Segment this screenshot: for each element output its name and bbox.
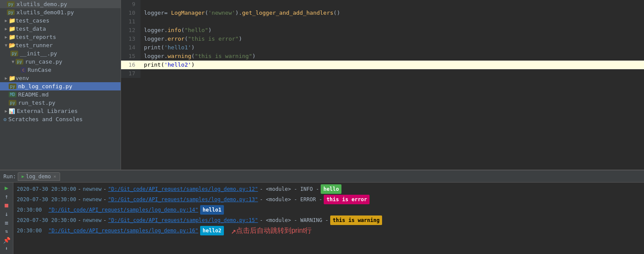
- code-line-15: 15 logger.warning("this is warning"): [121, 52, 644, 61]
- output-badge-hello2: hello2: [200, 226, 224, 235]
- sidebar-item-nb_log_config[interactable]: py nb_log_config.py: [0, 82, 121, 90]
- separator: -: [78, 216, 81, 225]
- sidebar-item-label: test_cases: [16, 17, 49, 24]
- sidebar-item-label: xlutils_demo.py: [16, 1, 67, 7]
- sidebar-item-label: External Libraries: [17, 108, 78, 114]
- stop-button[interactable]: ■: [2, 202, 11, 209]
- py-icon: py: [7, 1, 15, 7]
- sidebar-item-label: test_runner: [16, 42, 53, 48]
- sidebar-item-test_data[interactable]: ▶ 📁 test_data: [0, 25, 121, 33]
- py-icon: py: [10, 51, 18, 56]
- sidebar-item-label: RunCase: [28, 67, 51, 73]
- sidebar-item-label: run_test.py: [18, 100, 55, 106]
- line-number: 10: [121, 9, 140, 17]
- sidebar-item-label: venv: [16, 75, 29, 81]
- code-content: logger= LogManager('newnew').get_logger_…: [140, 9, 340, 17]
- md-icon: MD: [9, 92, 16, 97]
- filepath-link[interactable]: "D:/Git_code/API_request/samples/log_dem…: [48, 226, 198, 235]
- sidebar-item-label: __init__.py: [20, 50, 57, 57]
- sidebar-item-xlutils_demo[interactable]: py xlutils_demo.py: [0, 0, 121, 8]
- run-button[interactable]: ▶: [2, 184, 11, 191]
- folder-open-icon: 📂: [9, 42, 16, 48]
- sidebar-item-external_lib[interactable]: ▶ 📊 External Libraries: [0, 107, 121, 115]
- filepath-link[interactable]: "D:/Git_code/API_request/samples/log_dem…: [108, 216, 258, 225]
- separator: [44, 206, 47, 214]
- sidebar-item-scratches[interactable]: ⚙ Scratches and Consoles: [0, 115, 121, 123]
- code-content: print('hello1'): [140, 43, 194, 52]
- filepath-link[interactable]: "D:/Git_code/API_request/samples/log_dem…: [108, 185, 258, 193]
- sidebar-item-label: test_data: [16, 26, 46, 32]
- folder-icon: 📁: [9, 75, 16, 81]
- timestamp: 2020-07-30 20:30:00: [17, 195, 76, 204]
- tab-name: log_demo: [26, 174, 51, 180]
- separator: -: [103, 216, 106, 225]
- tab-log-demo[interactable]: ▶ log_demo ✕: [18, 172, 60, 181]
- output-badge-error: this is error: [324, 195, 370, 204]
- py-icon: py: [7, 10, 15, 15]
- console-line-2: 2020-07-30 20:30:00 - newnew - "D:/Git_c…: [17, 195, 641, 204]
- filepath-link[interactable]: "D:/Git_code/API_request/samples/log_dem…: [108, 195, 258, 204]
- lines-button[interactable]: ≡: [2, 219, 11, 226]
- sidebar-item-test_runner[interactable]: ▼ 📂 test_runner: [0, 41, 121, 49]
- code-content: print('hello2'): [140, 61, 194, 69]
- code-line-14: 14 print('hello1'): [121, 43, 644, 52]
- indent-space: [3, 92, 9, 97]
- bottom-tabs-bar: Run: ▶ log_demo ✕: [0, 170, 644, 183]
- module-name: newnew: [83, 195, 102, 204]
- filepath-link[interactable]: "D:/Git_code/API_request/samples/log_dem…: [48, 206, 198, 214]
- code-content: logger.warning("this is warning"): [140, 52, 255, 61]
- indent-space: [3, 84, 9, 89]
- separator: -: [78, 185, 81, 193]
- scroll-button[interactable]: ⬇: [2, 245, 11, 252]
- main-area: py xlutils_demo.py py xlutils_demo01.py …: [0, 0, 644, 170]
- sidebar-item-test_reports[interactable]: ▶ 📁 test_reports: [0, 33, 121, 41]
- line-number: 14: [121, 43, 140, 52]
- timestamp: 2020-07-30 20:30:00: [17, 185, 76, 193]
- folder-arrow: ▶: [3, 109, 9, 113]
- code-line-11: 11: [121, 17, 644, 26]
- sidebar-item-run_test[interactable]: py run_test.py: [0, 99, 121, 107]
- sidebar-item-init_py[interactable]: py __init__.py: [0, 49, 121, 58]
- folder-icon: 📁: [9, 17, 16, 24]
- level-error: - <module> - ERROR -: [260, 195, 322, 204]
- level-info: - <module> - INFO -: [260, 185, 319, 193]
- sidebar-item-xlutils_demo01[interactable]: py xlutils_demo01.py: [0, 8, 121, 16]
- sidebar-item-test_cases[interactable]: ▶ 📁 test_cases: [0, 16, 121, 25]
- close-tab-button[interactable]: ✕: [54, 174, 56, 179]
- code-content: [140, 69, 144, 78]
- code-line-17: 17: [121, 69, 644, 78]
- up-button[interactable]: ↑: [2, 193, 11, 200]
- line-number: 13: [121, 35, 140, 43]
- line-number: 9: [121, 0, 140, 9]
- code-content: [140, 17, 144, 26]
- class-icon: c: [21, 67, 26, 73]
- folder-arrow: ▶: [3, 26, 9, 31]
- sidebar-item-readme[interactable]: MD README.md: [0, 90, 121, 99]
- sidebar-item-run_case_class[interactable]: c RunCase: [0, 66, 121, 74]
- folder-arrow: ▶: [3, 76, 9, 80]
- sidebar-item-venv[interactable]: ▶ 📁 venv: [0, 74, 121, 82]
- indent-space: [3, 100, 9, 105]
- output-badge-hello1: hello1: [200, 205, 224, 215]
- code-editor: 9 10 logger= LogManager('newnew').get_lo…: [121, 0, 644, 170]
- down-button[interactable]: ↓: [2, 210, 11, 217]
- folder-arrow: ▼: [3, 43, 9, 48]
- folder-icon: 📁: [9, 26, 16, 32]
- line-number: 15: [121, 52, 140, 61]
- sidebar: py xlutils_demo.py py xlutils_demo01.py …: [0, 0, 121, 170]
- code-content: logger.error("this is error"): [140, 35, 242, 43]
- folder-arrow: ▼: [10, 59, 16, 64]
- code-line-9: 9: [121, 0, 644, 9]
- sort-button[interactable]: ⇅: [2, 228, 11, 235]
- timestamp: 20:30:00: [17, 226, 42, 235]
- folder-arrow: ▶: [3, 35, 9, 39]
- module-name: newnew: [83, 216, 102, 225]
- sidebar-item-run_case[interactable]: ▼ py run_case.py: [0, 58, 121, 66]
- line-number: 17: [121, 69, 140, 78]
- separator: -: [78, 195, 81, 204]
- console-area: ▶ ↑ ■ ↓ ≡ ⇅ 📌 ⬇ 2020-07-30 20:30:00 - ne…: [0, 183, 644, 254]
- pin-button[interactable]: 📌: [2, 237, 11, 244]
- console-line-1: 2020-07-30 20:30:00 - newnew - "D:/Git_c…: [17, 184, 641, 194]
- line-number: 12: [121, 26, 140, 35]
- code-line-16: 16 print('hello2'): [121, 61, 644, 69]
